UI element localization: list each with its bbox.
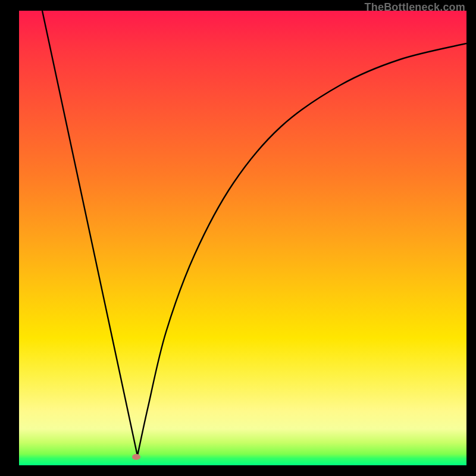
bottleneck-curve xyxy=(19,11,466,465)
min-point-marker xyxy=(132,454,140,460)
plot-area xyxy=(19,11,466,465)
chart-frame: TheBottleneck.com xyxy=(0,0,476,476)
curve-right-branch xyxy=(137,43,466,456)
curve-left-branch xyxy=(42,11,137,456)
